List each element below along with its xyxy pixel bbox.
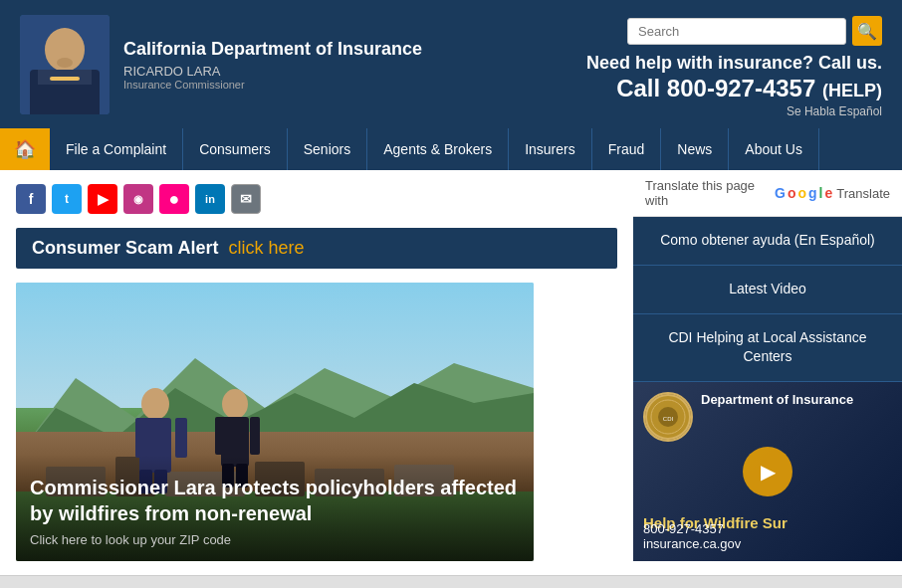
hero-image[interactable]: Commissioner Lara protects policyholders… — [16, 283, 534, 561]
nav-about-us[interactable]: About Us — [729, 128, 819, 170]
nav-consumers[interactable]: Consumers — [183, 128, 288, 170]
svg-rect-23 — [250, 417, 260, 455]
video-org-name: Department of Insurance — [701, 392, 853, 407]
nav-file-complaint[interactable]: File a Complaint — [50, 128, 183, 170]
translate-text: Translate this page with — [645, 178, 767, 208]
scrollbar-bottom[interactable] — [0, 575, 902, 588]
hero-subtitle: Click here to look up your ZIP code — [30, 532, 520, 547]
svg-rect-17 — [175, 418, 187, 458]
scam-alert-text: Consumer Scam Alert — [32, 238, 218, 259]
sidebar-link-video[interactable]: Latest Video — [633, 266, 902, 314]
facebook-icon[interactable]: f — [16, 184, 46, 214]
nav-fraud[interactable]: Fraud — [592, 128, 662, 170]
svg-rect-4 — [50, 77, 80, 81]
video-preview[interactable]: CDI Department of Insurance ▶ Help for W… — [633, 382, 902, 561]
google-translate-brand: Google Translate — [775, 185, 890, 201]
org-title: California Department of Insurance — [123, 38, 422, 61]
main-content: f t ▶ ◉ ● in ✉ Consumer Scam Alert click… — [0, 170, 902, 575]
nav-agents-brokers[interactable]: Agents & Brokers — [367, 128, 509, 170]
sidebar-link-cdi[interactable]: CDI Helping at Local Assistance Centers — [633, 314, 902, 382]
linkedin-icon[interactable]: in — [195, 184, 225, 214]
commissioner-name: RICARDO LARA — [123, 64, 422, 79]
nav-news[interactable]: News — [661, 128, 729, 170]
svg-rect-22 — [215, 417, 225, 455]
nav-seniors[interactable]: Seniors — [288, 128, 367, 170]
avatar — [20, 15, 110, 114]
dept-seal: CDI — [643, 392, 693, 442]
video-contact: 800-927-4357 insurance.ca.gov — [643, 521, 741, 551]
content-left: f t ▶ ◉ ● in ✉ Consumer Scam Alert click… — [0, 170, 633, 575]
org-info: California Department of Insurance RICAR… — [123, 38, 422, 90]
youtube-icon[interactable]: ▶ — [88, 184, 117, 214]
svg-point-14 — [141, 388, 169, 420]
header-right: 🔍 Need help with insurance? Call us. Cal… — [586, 10, 882, 118]
scam-alert-banner[interactable]: Consumer Scam Alert click here — [16, 228, 617, 269]
svg-point-20 — [222, 389, 248, 419]
svg-text:CDI: CDI — [663, 416, 674, 422]
hero-title: Commissioner Lara protects policyholders… — [30, 475, 520, 526]
header-left: California Department of Insurance RICAR… — [20, 15, 422, 114]
scam-alert-link[interactable]: click here — [228, 238, 304, 259]
sidebar-link-spanish[interactable]: Como obtener ayuda (En Español) — [633, 217, 902, 266]
play-button[interactable]: ▶ — [743, 447, 792, 496]
email-icon[interactable]: ✉ — [231, 184, 261, 214]
home-nav-button[interactable]: 🏠 — [0, 128, 50, 170]
translate-bar[interactable]: Translate this page with Google Translat… — [633, 170, 902, 217]
nav-insurers[interactable]: Insurers — [509, 128, 592, 170]
commissioner-title: Insurance Commissioner — [123, 79, 422, 91]
search-button[interactable]: 🔍 — [852, 16, 882, 46]
svg-point-5 — [57, 58, 73, 68]
flickr-icon[interactable]: ● — [159, 184, 189, 214]
svg-rect-16 — [135, 418, 147, 458]
help-text: Need help with insurance? Call us. — [586, 52, 882, 75]
twitter-icon[interactable]: t — [52, 184, 82, 214]
nav-bar: 🏠 File a Complaint Consumers Seniors Age… — [0, 128, 902, 170]
spanish-text: Se Habla Español — [787, 104, 882, 118]
search-bar[interactable]: 🔍 — [627, 16, 882, 46]
social-icons: f t ▶ ◉ ● in ✉ — [16, 184, 617, 214]
instagram-icon[interactable]: ◉ — [123, 184, 153, 214]
phone-number: Call 800-927-4357 (HELP) — [616, 75, 882, 102]
hero-overlay: Commissioner Lara protects policyholders… — [16, 455, 534, 561]
content-right: Translate this page with Google Translat… — [633, 170, 902, 575]
search-input[interactable] — [627, 18, 846, 45]
header: California Department of Insurance RICAR… — [0, 0, 902, 128]
